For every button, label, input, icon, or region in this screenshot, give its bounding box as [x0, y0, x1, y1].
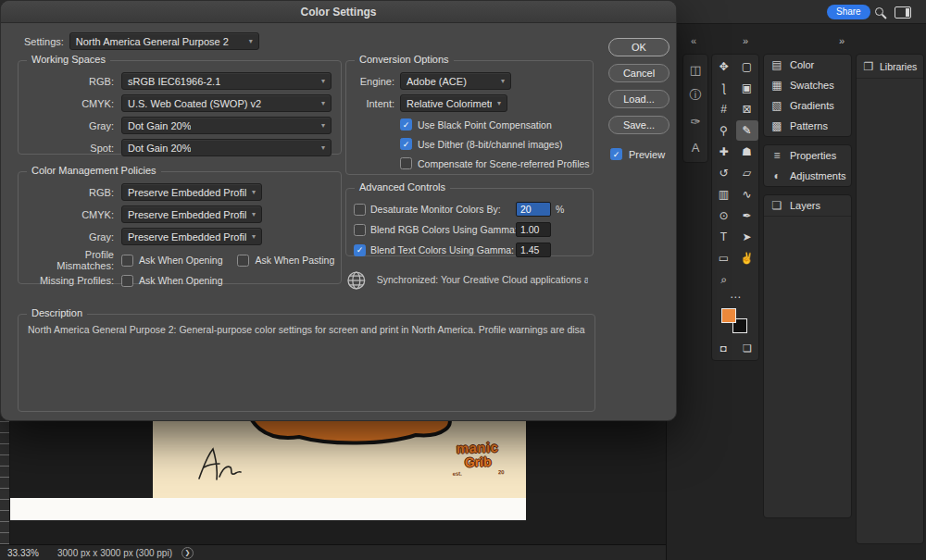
scene-referred-profiles-checkbox[interactable] [400, 157, 412, 169]
chevron-down-icon: ▾ [321, 77, 325, 85]
cmyk-working-space-dropdown[interactable]: U.S. Web Coated (SWOP) v2▾ [121, 94, 332, 112]
tab-layers[interactable]: ❏ Layers [764, 195, 851, 216]
blur-tool[interactable]: ∿ [736, 184, 758, 205]
gray-working-space-dropdown[interactable]: Dot Gain 20%▾ [121, 117, 332, 134]
blend-rgb-gamma-checkbox[interactable] [354, 224, 366, 236]
workspace-icon[interactable] [895, 6, 911, 19]
working-space-row: Spot:Dot Gain 20%▾ [26, 139, 332, 156]
status-bar: 33.33% 3000 px x 3000 px (300 ppi) ❯ [0, 544, 666, 560]
load-button[interactable]: Load... [608, 90, 669, 108]
blend-rgb-gamma-input[interactable]: 1.00 [516, 222, 551, 237]
policies-checkbox-rows: Profile Mismatches: Ask When Opening Ask… [26, 253, 332, 292]
chevron-down-icon: ▾ [497, 99, 501, 107]
properties-icon: ≡ [770, 149, 783, 162]
brush-settings-icon[interactable]: ✑ [683, 108, 707, 134]
panel-item-properties[interactable]: ≡Properties [764, 145, 851, 166]
engine-label: Engine: [354, 76, 394, 87]
tab-libraries[interactable]: ❐ Libraries [857, 55, 923, 79]
search-icon[interactable] [875, 7, 883, 16]
object-selection-tool[interactable]: ▣ [736, 78, 758, 98]
preview-checkbox[interactable]: ✓ [610, 148, 622, 160]
panel-item-color[interactable]: ▤Color [764, 55, 851, 75]
mismatch-label: Profile Mismatches: [26, 249, 114, 271]
expand-panel-column-icon[interactable]: » [839, 35, 845, 46]
rectangular-marquee-tool[interactable]: ▢ [736, 56, 758, 77]
pen-tool[interactable]: ✒ [736, 205, 758, 226]
cancel-button[interactable]: Cancel [608, 64, 669, 82]
panel-item-label: Swatches [790, 80, 834, 91]
zoom-tool[interactable]: ⌕ [713, 269, 735, 290]
mismatch-ask-pasting-checkbox[interactable] [237, 255, 249, 267]
gray-policy-dropdown[interactable]: Preserve Embedded Profiles▾ [121, 228, 262, 245]
dropdown-value: Preserve Embedded Profiles [128, 209, 246, 220]
zoom-level[interactable]: 33.33% [7, 548, 44, 558]
info-icon[interactable]: ⓘ [683, 82, 707, 108]
lasso-tool[interactable]: ƪ [713, 78, 735, 98]
gradient-tool[interactable]: ▥ [713, 184, 735, 205]
desaturate-monitor-checkbox[interactable] [354, 204, 366, 216]
character-icon[interactable]: A [683, 134, 707, 160]
history-brush-tool[interactable]: ↺ [713, 163, 735, 183]
missing-ask-opening-checkbox[interactable] [121, 275, 133, 287]
layers-icon: ❏ [770, 199, 783, 212]
black-point-compensation-checkbox[interactable]: ✓ [400, 118, 412, 131]
edit-toolbar-icon[interactable]: ⋯ [712, 290, 758, 305]
panel-item-adjustments[interactable]: ◐Adjustments [764, 166, 851, 186]
panel-column: ▤Color▦Swatches▧Gradients▩Patterns ≡Prop… [763, 54, 852, 526]
conversion-option: ✓Use Dither (8-bit/channel images) [400, 136, 583, 152]
crop-tool[interactable]: # [713, 99, 735, 119]
type-tool[interactable]: T [713, 227, 735, 247]
desaturate-monitor-input[interactable]: 20 [516, 202, 551, 217]
expand-panels-icon[interactable]: » [743, 35, 748, 46]
spot-working-space-dropdown[interactable]: Dot Gain 20%▾ [121, 139, 332, 156]
histogram-icon[interactable]: ◫ [683, 56, 707, 82]
hand-tool[interactable]: ✌ [736, 248, 758, 268]
panel-item-swatches[interactable]: ▦Swatches [764, 75, 851, 95]
rgb-working-space-dropdown[interactable]: sRGB IEC61966-2.1▾ [121, 72, 332, 90]
chevron-down-icon: ▾ [501, 77, 505, 85]
working-space-row: CMYK:U.S. Web Coated (SWOP) v2▾ [26, 94, 332, 112]
foreground-color-swatch[interactable] [721, 308, 736, 323]
chevron-down-icon: ▾ [321, 99, 325, 107]
cmyk-policy-dropdown[interactable]: Preserve Embedded Profiles▾ [121, 205, 262, 223]
eraser-tool[interactable]: ▱ [736, 163, 758, 183]
dialog-title[interactable]: Color Settings [1, 1, 676, 23]
screen-mode-icon[interactable]: ❏ [736, 340, 758, 356]
use-dither-checkbox[interactable]: ✓ [400, 138, 412, 150]
status-chevron-icon[interactable]: ❯ [181, 547, 194, 559]
path-selection-tool[interactable]: ➤ [736, 227, 758, 247]
save-button[interactable]: Save... [608, 116, 669, 134]
rgb-policy-dropdown[interactable]: Preserve Embedded Profiles▾ [121, 183, 262, 201]
dodge-tool[interactable]: ⊙ [713, 205, 735, 226]
gradients-icon: ▧ [770, 99, 783, 112]
blend-text-gamma-checkbox[interactable]: ✓ [354, 244, 366, 256]
policy-row: CMYK:Preserve Embedded Profiles▾ [26, 205, 332, 223]
advanced-row: Blend RGB Colors Using Gamma:1.00 [354, 220, 583, 239]
canvas-artwork[interactable]: manic Grib est. 20 [153, 421, 526, 498]
working-spaces-title: Working Spaces [27, 54, 110, 65]
field-label: Gray: [26, 120, 114, 131]
quick-mask-icon[interactable]: ◘ [712, 340, 734, 356]
settings-dropdown[interactable]: North America General Purpose 2 ▾ [69, 32, 259, 50]
sync-text: Synchronized: Your Creative Cloud applic… [377, 269, 588, 285]
move-tool[interactable]: ✥ [713, 56, 735, 77]
panel-item-patterns[interactable]: ▩Patterns [764, 116, 851, 136]
collapse-panels-icon[interactable]: « [691, 35, 696, 46]
tool-grid: ✥▢ƪ▣#⊠⚲✎✚☗↺▱▥∿⊙✒T➤▭✌⌕ [712, 56, 758, 290]
engine-dropdown[interactable]: Adobe (ACE) ▾ [400, 72, 511, 90]
eyedropper-tool[interactable]: ⚲ [713, 120, 735, 141]
frame-tool[interactable]: ⊠ [736, 99, 758, 119]
panel-item-gradients[interactable]: ▧Gradients [764, 95, 851, 116]
ok-button[interactable]: OK [608, 38, 669, 56]
rectangle-tool[interactable]: ▭ [713, 248, 735, 268]
intent-dropdown[interactable]: Relative Colorimetric ▾ [400, 94, 507, 112]
settings-row: Settings: North America General Purpose … [24, 32, 259, 50]
mismatch-ask-opening-checkbox[interactable] [121, 255, 133, 267]
brush-tool[interactable]: ✎ [736, 120, 758, 141]
advanced-rows: Desaturate Monitor Colors By:20%Blend RG… [354, 200, 583, 261]
blend-text-gamma-input[interactable]: 1.45 [516, 243, 551, 257]
conversion-option: Compensate for Scene-referred Profiles [400, 156, 583, 171]
healing-brush-tool[interactable]: ✚ [713, 142, 735, 162]
clone-stamp-tool[interactable]: ☗ [736, 142, 758, 162]
share-button[interactable]: Share [827, 5, 870, 19]
